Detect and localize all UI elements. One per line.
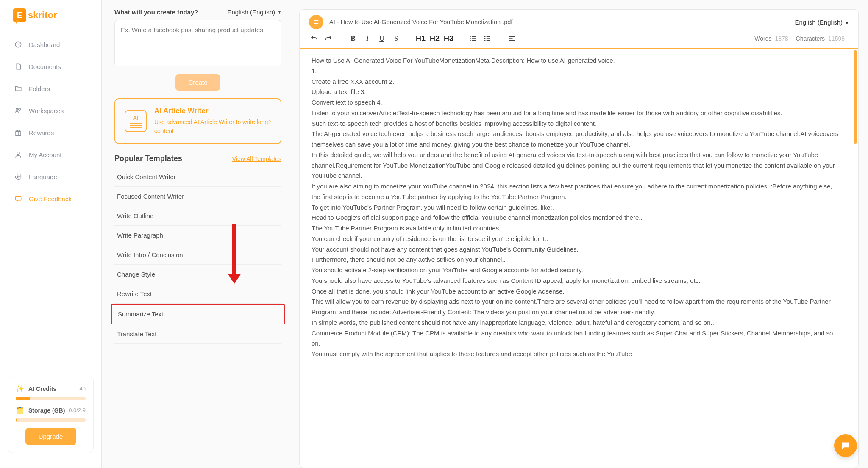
storage-label: Storage (GB) xyxy=(28,407,69,414)
editor-content-wrap[interactable]: How to Use AI-Generated Voice For YouTub… xyxy=(300,49,858,468)
folder-icon xyxy=(14,84,23,93)
chevron-right-icon: › xyxy=(269,117,271,126)
editor-menu-button[interactable] xyxy=(309,15,323,29)
undo-button[interactable] xyxy=(309,33,319,44)
logo-mark-icon: E xyxy=(13,8,26,22)
sidebar-item-label: Folders xyxy=(29,85,50,92)
strikethrough-button[interactable]: S xyxy=(391,33,401,44)
bold-button[interactable]: B xyxy=(348,33,358,44)
sidebar-item-label: Rewards xyxy=(29,129,54,136)
editor-stats: Words 1878 Characters 11598 xyxy=(754,35,849,42)
template-write-paragraph[interactable]: Write Paragraph xyxy=(114,226,281,245)
svg-point-7 xyxy=(484,36,485,37)
ai-writer-icon: AI xyxy=(125,110,147,132)
ai-credits-bar xyxy=(16,397,86,400)
words-label: Words xyxy=(754,35,771,42)
sidebar-item-label: Language xyxy=(29,173,57,180)
template-summarize-text[interactable]: Summarize Text xyxy=(111,304,285,324)
chars-value: 11598 xyxy=(828,35,845,42)
ai-credits-label: AI Credits xyxy=(28,385,80,392)
users-icon xyxy=(14,106,23,115)
template-write-intro-conclusion[interactable]: Write Intro / Conclusion xyxy=(114,245,281,265)
ai-credits-value: 40 xyxy=(80,385,86,392)
sidebar-item-folders[interactable]: Folders xyxy=(8,79,94,98)
svg-point-9 xyxy=(484,40,485,41)
underline-button[interactable]: U xyxy=(377,33,387,44)
scrollbar-thumb[interactable] xyxy=(854,50,857,144)
sidebar-item-label: Workspaces xyxy=(29,107,64,114)
credits-box: ✨ AI Credits 40 🗂️ Storage (GB) 0.0/2.9 … xyxy=(8,377,94,453)
words-value: 1878 xyxy=(775,35,788,42)
svg-rect-6 xyxy=(15,197,21,200)
template-rewrite-text[interactable]: Rewrite Text xyxy=(114,284,281,304)
ai-article-writer-card[interactable]: AI AI Article Writer Use advanced AI Art… xyxy=(114,98,281,144)
h2-button[interactable]: H2 xyxy=(430,34,440,43)
template-list: Quick Content Writer Focused Content Wri… xyxy=(114,167,281,344)
storage-bar-fill xyxy=(16,418,17,422)
svg-point-2 xyxy=(19,108,21,111)
writer-title: AI Article Writer xyxy=(154,107,269,115)
gauge-icon xyxy=(14,40,23,49)
user-icon xyxy=(14,150,23,159)
sidebar-item-label: Documents xyxy=(29,63,61,70)
editor-language-select[interactable]: English (English) xyxy=(795,19,849,26)
ai-credits-row: ✨ AI Credits 40 xyxy=(16,385,86,393)
sidebar-item-workspaces[interactable]: Workspaces xyxy=(8,101,94,120)
storage-bar xyxy=(16,418,86,422)
menu-icon xyxy=(313,19,320,25)
ai-credits-bar-fill xyxy=(16,397,30,400)
align-button[interactable] xyxy=(507,33,517,44)
editor-toolbar: B I U S H1 H2 H3 Words 1878 Characters xyxy=(300,31,858,49)
gift-icon xyxy=(14,128,23,137)
sidebar-item-label: Dashboard xyxy=(29,41,60,48)
h3-button[interactable]: H3 xyxy=(444,34,453,43)
svg-point-8 xyxy=(484,38,485,39)
ordered-list-button[interactable] xyxy=(468,33,478,44)
svg-point-1 xyxy=(16,108,18,111)
template-quick-content-writer[interactable]: Quick Content Writer xyxy=(114,167,281,187)
language-select[interactable]: English (English) xyxy=(228,8,281,16)
editor-content[interactable]: How to Use AI-Generated Voice For YouTub… xyxy=(312,55,846,360)
sidebar-item-dashboard[interactable]: Dashboard xyxy=(8,35,94,54)
sidebar-item-give-feedback[interactable]: Give Feedback xyxy=(8,189,94,208)
chat-icon xyxy=(840,440,851,451)
italic-button[interactable]: I xyxy=(362,33,373,44)
prompt-textarea[interactable] xyxy=(114,20,281,66)
editor-panel: AI - How to Use AI-Generated Voice For Y… xyxy=(288,0,868,468)
view-all-templates-link[interactable]: View All Templates xyxy=(232,155,281,162)
h1-button[interactable]: H1 xyxy=(416,34,426,43)
sidebar-item-label: My Account xyxy=(29,151,62,158)
templates-title: Popular Templates xyxy=(114,154,182,163)
storage-value: 0.0/2.9 xyxy=(69,407,86,413)
template-write-outline[interactable]: Write Outline xyxy=(114,206,281,226)
sparkle-icon: ✨ xyxy=(16,385,24,393)
unordered-list-button[interactable] xyxy=(482,33,492,44)
document-title: AI - How to Use AI-Generated Voice For Y… xyxy=(329,19,795,25)
storage-icon: 🗂️ xyxy=(16,406,24,414)
template-translate-text[interactable]: Translate Text xyxy=(114,324,281,344)
chars-label: Characters xyxy=(796,35,825,42)
sidebar-item-label: Give Feedback xyxy=(29,195,72,202)
create-button[interactable]: Create xyxy=(175,74,220,91)
document-icon xyxy=(14,62,23,71)
logo-text: skritor xyxy=(28,10,57,21)
redo-button[interactable] xyxy=(323,33,334,44)
writer-desc: Use advanced AI Article Writer to write … xyxy=(154,118,269,136)
globe-icon xyxy=(14,172,23,181)
logo[interactable]: E skritor xyxy=(0,0,101,35)
feedback-icon xyxy=(14,194,23,203)
sidebar-item-language[interactable]: Language xyxy=(8,167,94,186)
template-focused-content-writer[interactable]: Focused Content Writer xyxy=(114,187,281,206)
sidebar-item-my-account[interactable]: My Account xyxy=(8,145,94,164)
sidebar-item-rewards[interactable]: Rewards xyxy=(8,123,94,142)
upgrade-button[interactable]: Upgrade xyxy=(25,428,76,445)
sidebar-nav: Dashboard Documents Folders Workspaces R… xyxy=(0,35,101,377)
storage-row: 🗂️ Storage (GB) 0.0/2.9 xyxy=(16,406,86,414)
prompt-title: What will you create today? xyxy=(114,8,198,16)
chat-fab-button[interactable] xyxy=(834,434,857,457)
sidebar: E skritor Dashboard Documents Folders Wo… xyxy=(0,0,102,468)
svg-point-4 xyxy=(17,152,19,155)
create-panel: What will you create today? English (Eng… xyxy=(102,0,288,468)
template-change-style[interactable]: Change Style xyxy=(114,265,281,284)
sidebar-item-documents[interactable]: Documents xyxy=(8,57,94,76)
